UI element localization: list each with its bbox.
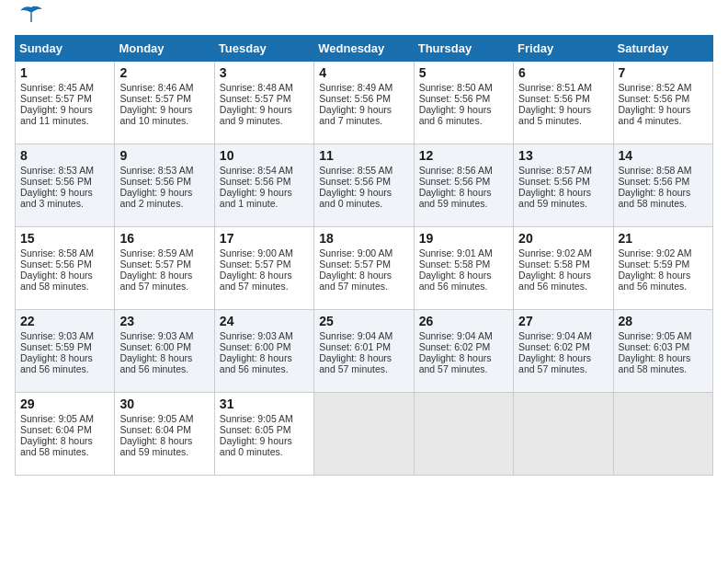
sunset: Sunset: 6:04 PM (119, 424, 191, 435)
calendar-cell: 22Sunrise: 9:03 AMSunset: 5:59 PMDayligh… (16, 310, 115, 393)
calendar-cell: 12Sunrise: 8:56 AMSunset: 5:56 PMDayligh… (414, 144, 513, 227)
sunrise: Sunrise: 8:57 AM (518, 165, 592, 176)
sunrise: Sunrise: 9:04 AM (319, 330, 392, 341)
calendar-cell (613, 393, 712, 476)
sunset: Sunset: 6:04 PM (20, 424, 92, 435)
sunrise: Sunrise: 9:05 AM (20, 413, 94, 424)
sunset: Sunset: 5:56 PM (419, 176, 491, 187)
sunrise: Sunrise: 9:01 AM (419, 247, 493, 259)
daylight: Daylight: 8 hours and 57 minutes. (220, 270, 292, 292)
header-wednesday: Wednesday (314, 36, 414, 62)
sunrise: Sunrise: 9:04 AM (419, 330, 493, 341)
calendar-cell: 24Sunrise: 9:03 AMSunset: 6:00 PMDayligh… (214, 310, 313, 393)
sunrise: Sunrise: 9:03 AM (20, 330, 94, 341)
header-sunday: Sunday (16, 36, 115, 62)
daylight: Daylight: 8 hours and 56 minutes. (20, 352, 93, 374)
sunset: Sunset: 5:58 PM (518, 259, 590, 270)
sunrise: Sunrise: 9:00 AM (220, 247, 293, 259)
sunrise: Sunrise: 8:46 AM (119, 82, 193, 93)
daylight: Daylight: 8 hours and 56 minutes. (518, 270, 591, 292)
sunset: Sunset: 5:57 PM (220, 93, 291, 104)
daylight: Daylight: 8 hours and 58 minutes. (619, 352, 691, 374)
calendar-cell: 23Sunrise: 9:03 AMSunset: 6:00 PMDayligh… (115, 310, 214, 393)
day-number: 23 (119, 314, 209, 328)
sunset: Sunset: 6:00 PM (220, 341, 291, 352)
daylight: Daylight: 9 hours and 5 minutes. (518, 104, 591, 126)
sunrise: Sunrise: 9:04 AM (518, 330, 592, 341)
daylight: Daylight: 8 hours and 56 minutes. (419, 270, 492, 292)
calendar-cell: 10Sunrise: 8:54 AMSunset: 5:56 PMDayligh… (214, 144, 313, 227)
day-number: 28 (619, 314, 708, 328)
page-header (15, 15, 713, 24)
day-number: 7 (619, 65, 708, 80)
sunset: Sunset: 5:56 PM (419, 93, 491, 104)
sunset: Sunset: 5:56 PM (119, 176, 191, 187)
calendar-cell: 7Sunrise: 8:52 AMSunset: 5:56 PMDaylight… (613, 62, 712, 144)
calendar-cell: 8Sunrise: 8:53 AMSunset: 5:56 PMDaylight… (16, 144, 115, 227)
daylight: Daylight: 8 hours and 57 minutes. (319, 352, 392, 374)
daylight: Daylight: 8 hours and 58 minutes. (619, 187, 691, 209)
daylight: Daylight: 8 hours and 59 minutes. (518, 187, 591, 209)
calendar-cell: 18Sunrise: 9:00 AMSunset: 5:57 PMDayligh… (314, 227, 414, 310)
daylight: Daylight: 8 hours and 57 minutes. (119, 270, 192, 292)
sunrise: Sunrise: 9:00 AM (319, 247, 392, 259)
header-saturday: Saturday (613, 36, 712, 62)
calendar-cell: 2Sunrise: 8:46 AMSunset: 5:57 PMDaylight… (115, 62, 214, 144)
daylight: Daylight: 9 hours and 3 minutes. (20, 187, 93, 209)
sunset: Sunset: 5:56 PM (20, 259, 92, 270)
daylight: Daylight: 8 hours and 57 minutes. (518, 352, 591, 374)
calendar-cell: 6Sunrise: 8:51 AMSunset: 5:56 PMDaylight… (514, 62, 613, 144)
calendar-cell: 29Sunrise: 9:05 AMSunset: 6:04 PMDayligh… (16, 393, 115, 476)
sunset: Sunset: 6:00 PM (119, 341, 191, 352)
daylight: Daylight: 9 hours and 7 minutes. (319, 104, 392, 126)
daylight: Daylight: 8 hours and 59 minutes. (419, 187, 492, 209)
calendar-cell: 17Sunrise: 9:00 AMSunset: 5:57 PMDayligh… (214, 227, 313, 310)
sunrise: Sunrise: 9:02 AM (518, 247, 592, 259)
daylight: Daylight: 9 hours and 0 minutes. (220, 435, 292, 457)
calendar-cell: 30Sunrise: 9:05 AMSunset: 6:04 PMDayligh… (115, 393, 214, 476)
day-number: 22 (20, 314, 109, 328)
calendar-cell: 19Sunrise: 9:01 AMSunset: 5:58 PMDayligh… (414, 227, 513, 310)
daylight: Daylight: 9 hours and 2 minutes. (119, 187, 192, 209)
daylight: Daylight: 9 hours and 6 minutes. (419, 104, 492, 126)
sunset: Sunset: 6:01 PM (319, 341, 391, 352)
day-number: 31 (220, 396, 309, 411)
day-number: 14 (619, 148, 708, 163)
sunset: Sunset: 5:56 PM (619, 93, 690, 104)
day-number: 18 (319, 231, 408, 246)
sunrise: Sunrise: 8:55 AM (319, 165, 392, 176)
day-number: 29 (20, 396, 109, 411)
logo (15, 15, 44, 24)
calendar-cell: 9Sunrise: 8:53 AMSunset: 5:56 PMDaylight… (115, 144, 214, 227)
sunrise: Sunrise: 8:48 AM (220, 82, 293, 93)
calendar-week-row: 1Sunrise: 8:45 AMSunset: 5:57 PMDaylight… (16, 62, 713, 144)
sunset: Sunset: 5:57 PM (119, 259, 191, 270)
daylight: Daylight: 9 hours and 1 minute. (220, 187, 292, 209)
day-number: 19 (419, 231, 508, 246)
sunrise: Sunrise: 9:05 AM (619, 330, 692, 341)
sunset: Sunset: 6:03 PM (619, 341, 690, 352)
calendar-cell (414, 393, 513, 476)
day-number: 30 (119, 396, 209, 411)
day-number: 17 (220, 231, 309, 246)
day-number: 1 (20, 65, 109, 80)
sunrise: Sunrise: 8:52 AM (619, 82, 692, 93)
logo-bird-icon (18, 6, 44, 24)
sunrise: Sunrise: 8:54 AM (220, 165, 293, 176)
calendar-week-row: 15Sunrise: 8:58 AMSunset: 5:56 PMDayligh… (16, 227, 713, 310)
day-number: 15 (20, 231, 109, 246)
sunset: Sunset: 5:56 PM (619, 176, 690, 187)
sunset: Sunset: 5:59 PM (20, 341, 92, 352)
sunrise: Sunrise: 8:53 AM (119, 165, 193, 176)
sunset: Sunset: 5:57 PM (319, 259, 391, 270)
day-number: 9 (119, 148, 209, 163)
sunrise: Sunrise: 8:58 AM (619, 165, 692, 176)
calendar-cell: 11Sunrise: 8:55 AMSunset: 5:56 PMDayligh… (314, 144, 414, 227)
sunrise: Sunrise: 9:05 AM (220, 413, 293, 424)
calendar-cell (314, 393, 414, 476)
sunrise: Sunrise: 8:50 AM (419, 82, 493, 93)
calendar-cell: 21Sunrise: 9:02 AMSunset: 5:59 PMDayligh… (613, 227, 712, 310)
header-friday: Friday (514, 36, 613, 62)
sunrise: Sunrise: 9:02 AM (619, 247, 692, 259)
sunrise: Sunrise: 8:53 AM (20, 165, 94, 176)
